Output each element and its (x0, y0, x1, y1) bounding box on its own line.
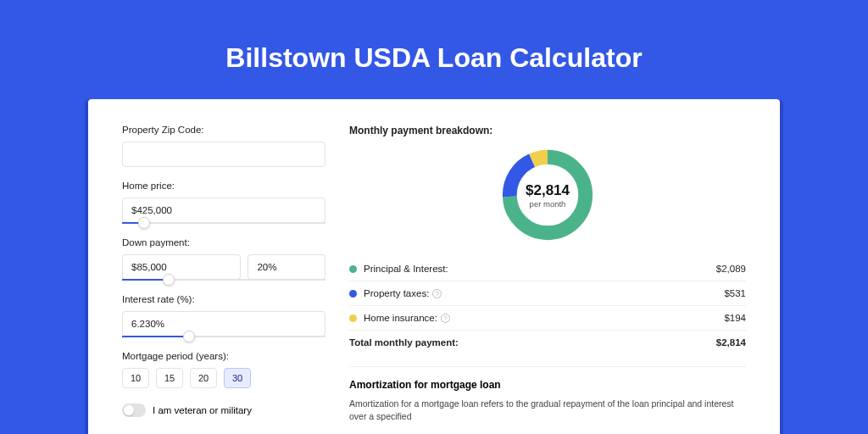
zip-label: Property Zip Code: (122, 125, 326, 135)
bullet-icon (349, 314, 357, 322)
breakdown-value: $2,089 (716, 264, 746, 274)
period-btn-30[interactable]: 30 (224, 368, 251, 388)
donut-subtext: per month (530, 199, 566, 209)
mortgage-period-group: Mortgage period (years): 10152030 (122, 351, 326, 388)
down-payment-amount-input[interactable] (122, 254, 241, 280)
page-title: Billstown USDA Loan Calculator (85, 42, 783, 74)
zip-field-group: Property Zip Code: (122, 125, 326, 167)
interest-rate-group: Interest rate (%): (122, 294, 326, 337)
slider-thumb[interactable] (163, 274, 175, 286)
down-payment-label: Down payment: (122, 237, 326, 248)
breakdown-value: $531 (724, 288, 746, 298)
mortgage-period-label: Mortgage period (years): (122, 351, 326, 361)
down-payment-slider[interactable] (122, 279, 326, 281)
donut-chart: $2,814 per month (498, 145, 598, 245)
card-backdrop: Property Zip Code: Home price: Down paym… (85, 99, 783, 434)
amortization-section: Amortization for mortgage loan Amortizat… (349, 366, 746, 422)
total-label: Total monthly payment: (349, 337, 459, 348)
down-payment-group: Down payment: (122, 237, 326, 281)
breakdown-row: Home insurance:?$194 (349, 305, 746, 330)
period-btn-10[interactable]: 10 (122, 368, 149, 388)
interest-rate-slider[interactable] (122, 336, 326, 337)
bullet-icon (349, 265, 357, 273)
breakdown-column: Monthly payment breakdown: $2,814 per mo… (349, 125, 746, 421)
slider-thumb[interactable] (183, 331, 195, 342)
down-payment-percent-input[interactable] (248, 254, 326, 280)
period-btn-15[interactable]: 15 (156, 368, 183, 388)
home-price-label: Home price: (122, 181, 326, 191)
period-btn-20[interactable]: 20 (190, 368, 217, 388)
veteran-toggle-row: I am veteran or military (122, 403, 326, 417)
info-icon[interactable]: ? (441, 314, 450, 323)
home-price-slider[interactable] (122, 222, 326, 224)
donut-amount: $2,814 (526, 182, 570, 199)
zip-input[interactable] (122, 142, 326, 167)
breakdown-label: Principal & Interest: (364, 264, 716, 274)
breakdown-label: Home insurance:? (364, 313, 724, 323)
total-value: $2,814 (716, 337, 746, 348)
breakdown-title: Monthly payment breakdown: (349, 125, 746, 136)
veteran-toggle[interactable] (122, 403, 146, 417)
breakdown-value: $194 (724, 313, 746, 323)
bullet-icon (349, 290, 357, 298)
breakdown-label: Property taxes:? (364, 288, 724, 298)
amortization-text: Amortization for a mortgage loan refers … (349, 398, 746, 422)
calculator-card: Property Zip Code: Home price: Down paym… (88, 99, 780, 434)
breakdown-row: Principal & Interest:$2,089 (349, 257, 746, 281)
home-price-input[interactable] (122, 198, 326, 223)
form-column: Property Zip Code: Home price: Down paym… (122, 125, 326, 421)
toggle-knob (124, 405, 134, 415)
veteran-label: I am veteran or military (153, 405, 252, 415)
interest-rate-input[interactable] (122, 311, 326, 337)
info-icon[interactable]: ? (432, 289, 442, 298)
donut-chart-wrap: $2,814 per month (349, 145, 746, 245)
home-price-group: Home price: (122, 181, 326, 224)
breakdown-row: Property taxes:?$531 (349, 281, 746, 305)
breakdown-total-row: Total monthly payment: $2,814 (349, 330, 746, 354)
interest-rate-label: Interest rate (%): (122, 294, 326, 304)
slider-thumb[interactable] (138, 217, 150, 229)
amortization-title: Amortization for mortgage loan (349, 379, 746, 391)
